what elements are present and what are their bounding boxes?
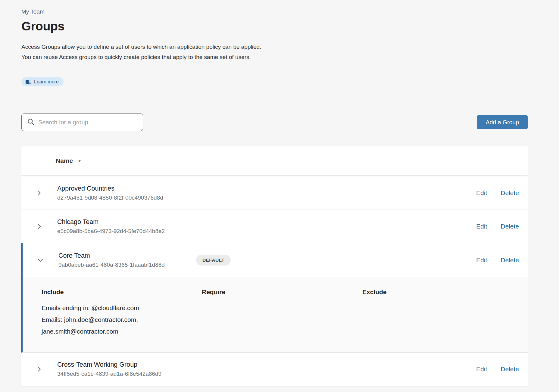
edit-link[interactable]: Edit — [476, 223, 487, 230]
page-title: Groups — [21, 19, 528, 33]
group-id: 9ab0abeb-aa61-480a-8365-1faaabf1d88d — [58, 262, 196, 268]
group-row-core-team-expanded: Core Team 9ab0abeb-aa61-480a-8365-1faaab… — [21, 243, 528, 353]
search-icon — [27, 118, 34, 126]
groups-page: My Team Groups Access Groups allow you t… — [0, 0, 559, 386]
row-actions: Edit Delete — [476, 363, 519, 375]
default-badge: DEFAULT — [196, 255, 231, 266]
groups-table: Approved Countries d279a451-9d08-4850-8f… — [21, 176, 528, 386]
description-line-1: Access Groups allow you to define a set … — [21, 42, 528, 52]
actions-divider — [494, 363, 494, 375]
group-row-cross-team-working-group: Cross-Team Working Group 34ff5ed5-ca1e-4… — [21, 353, 528, 386]
expand-chevron-right-icon[interactable] — [35, 222, 43, 230]
include-rules: Emails ending in: @cloudflare.com Emails… — [42, 302, 156, 337]
description-line-2: You can reuse Access groups to quickly c… — [21, 52, 528, 62]
learn-more-label: Learn more — [34, 79, 59, 85]
delete-link[interactable]: Delete — [501, 366, 519, 373]
edit-link[interactable]: Edit — [476, 257, 487, 264]
group-name-block: Chicago Team e5c09a8b-5ba6-4973-92d4-5fe… — [57, 218, 165, 235]
sort-descending-icon[interactable]: ▼ — [77, 158, 82, 163]
group-name: Chicago Team — [57, 218, 165, 226]
group-id: d279a451-9d08-4850-8f2f-00c490376d8d — [57, 194, 163, 201]
learn-more-button[interactable]: Learn more — [21, 77, 64, 86]
require-column-header: Require — [202, 288, 362, 296]
include-column-header: Include — [42, 288, 202, 296]
group-name-block: Core Team 9ab0abeb-aa61-480a-8365-1faaab… — [58, 252, 196, 268]
include-rule: Emails: john.doe@contractor.com, jane.sm… — [42, 314, 156, 337]
add-group-button[interactable]: Add a Group — [477, 115, 528, 129]
delete-link[interactable]: Delete — [501, 189, 519, 197]
row-actions: Edit Delete — [476, 254, 519, 266]
edit-link[interactable]: Edit — [476, 366, 487, 373]
group-id: 34ff5ed5-ca1e-4839-ad1a-6f8e542a86d9 — [57, 371, 161, 377]
search-input[interactable] — [38, 119, 138, 126]
group-name: Approved Countries — [57, 185, 163, 192]
delete-link[interactable]: Delete — [501, 257, 519, 264]
actions-divider — [494, 254, 494, 266]
expand-chevron-right-icon[interactable] — [35, 365, 43, 373]
exclude-column: Exclude — [362, 288, 528, 337]
table-header: Name ▼ — [21, 146, 528, 175]
row-actions: Edit Delete — [476, 187, 519, 199]
include-rule: Emails ending in: @cloudflare.com — [42, 302, 156, 314]
page-description: Access Groups allow you to define a set … — [21, 42, 528, 62]
require-column: Require — [202, 288, 362, 337]
collapse-chevron-down-icon[interactable] — [36, 256, 44, 264]
group-id: e5c09a8b-5ba6-4973-92d4-5fe70d44b8e2 — [57, 228, 165, 235]
actions-divider — [494, 187, 494, 199]
search-box — [21, 114, 143, 131]
edit-link[interactable]: Edit — [476, 189, 487, 197]
name-column-header[interactable]: Name — [56, 157, 73, 164]
group-name: Core Team — [58, 252, 196, 260]
row-actions: Edit Delete — [476, 220, 519, 232]
group-row-approved-countries: Approved Countries d279a451-9d08-4850-8f… — [21, 176, 528, 210]
group-detail-panel: Include Emails ending in: @cloudflare.co… — [23, 277, 528, 352]
exclude-column-header: Exclude — [362, 288, 528, 296]
breadcrumb[interactable]: My Team — [21, 8, 528, 15]
toolbar: Add a Group — [21, 114, 528, 131]
include-column: Include Emails ending in: @cloudflare.co… — [42, 288, 202, 337]
expand-chevron-right-icon[interactable] — [35, 189, 43, 197]
book-icon — [25, 79, 31, 85]
delete-link[interactable]: Delete — [501, 223, 519, 230]
group-name-block: Approved Countries d279a451-9d08-4850-8f… — [57, 185, 163, 201]
group-name-block: Cross-Team Working Group 34ff5ed5-ca1e-4… — [57, 361, 161, 377]
actions-divider — [494, 220, 494, 232]
group-row-chicago-team: Chicago Team e5c09a8b-5ba6-4973-92d4-5fe… — [21, 210, 528, 243]
group-name: Cross-Team Working Group — [57, 361, 161, 369]
group-row-core-team: Core Team 9ab0abeb-aa61-480a-8365-1faaab… — [23, 243, 528, 277]
